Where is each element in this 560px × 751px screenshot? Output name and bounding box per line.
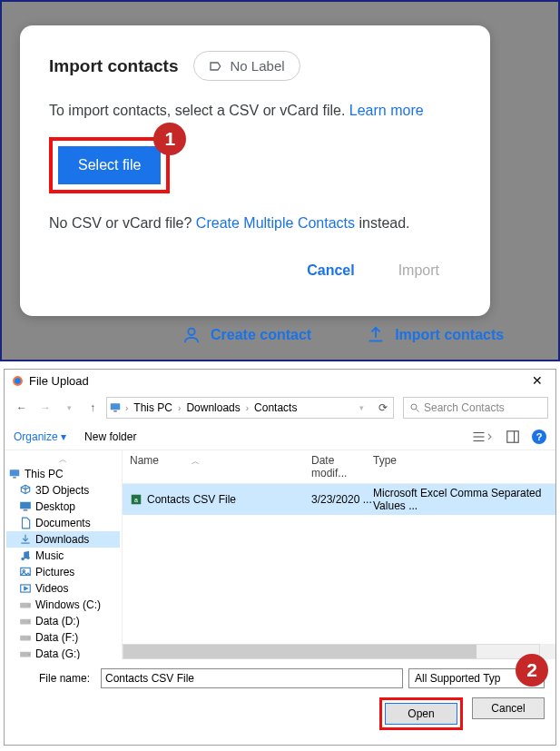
file-upload-dialog: File Upload ✕ ← → ▾ ↑ › This PC › Downlo… (4, 369, 556, 746)
tree-item[interactable]: Pictures (6, 564, 120, 580)
step-marker-2: 2 (516, 654, 548, 687)
create-contact-label: Create contact (211, 327, 311, 343)
svg-line-6 (417, 410, 419, 412)
tree-item-label: Data (G:) (35, 647, 80, 659)
no-label-chip[interactable]: No Label (193, 51, 300, 81)
address-bar[interactable]: › This PC › Downloads › Contacts ▾ ⟳ (106, 397, 394, 419)
new-folder-button[interactable]: New folder (84, 430, 136, 443)
learn-more-link[interactable]: Learn more (349, 103, 424, 118)
forward-button: → (35, 398, 55, 418)
svg-point-28 (29, 654, 30, 655)
modal-description: To import contacts, select a CSV or vCar… (49, 103, 461, 119)
svg-rect-12 (10, 469, 20, 476)
tree-item[interactable]: This PC (6, 466, 120, 482)
help-icon[interactable]: ? (532, 430, 546, 444)
tree-item[interactable]: Desktop (6, 499, 120, 515)
search-icon (409, 402, 420, 413)
refresh-icon[interactable]: ⟳ (375, 401, 391, 414)
tree-scroll-up[interactable]: ︿ (6, 454, 120, 466)
organize-button[interactable]: Organize ▾ (14, 430, 66, 443)
up-button[interactable]: ↑ (83, 398, 103, 418)
tree-item-label: Pictures (35, 566, 74, 578)
close-icon[interactable]: ✕ (526, 373, 548, 388)
alt-pre: No CSV or vCard file? (49, 215, 196, 231)
modal-description-text: To import contacts, select a CSV or vCar… (49, 103, 349, 118)
svg-rect-3 (111, 403, 121, 410)
column-headers[interactable]: Name︿ Date modif... Type (123, 450, 555, 484)
tree-item[interactable]: Windows (C:) (6, 597, 120, 613)
path-seg-1[interactable]: Downloads (184, 401, 241, 414)
svg-point-17 (26, 557, 30, 560)
svg-rect-14 (20, 502, 31, 509)
filename-input[interactable] (101, 668, 403, 688)
svg-rect-13 (13, 477, 16, 479)
tree-item-label: Windows (C:) (35, 598, 101, 611)
import-contacts-action[interactable]: Import contacts (366, 325, 504, 345)
col-type[interactable]: Type (373, 454, 548, 479)
svg-text:a: a (134, 497, 138, 503)
svg-point-24 (29, 621, 30, 622)
path-seg-0[interactable]: This PC (132, 401, 174, 414)
import-contacts-modal: Import contacts No Label To import conta… (20, 25, 490, 316)
h-scrollbar[interactable] (123, 644, 555, 659)
tree-item[interactable]: Data (D:) (6, 613, 120, 629)
file-row[interactable]: aContacts CSV File3/23/2020 ...Microsoft… (123, 484, 555, 515)
recent-button[interactable]: ▾ (59, 398, 79, 418)
svg-rect-10 (507, 431, 518, 442)
filename-label: File name: (15, 672, 95, 685)
file-name: Contacts CSV File (147, 493, 236, 506)
person-icon (182, 325, 201, 345)
step-marker-1: 1 (153, 123, 186, 155)
tree-item[interactable]: Downloads (6, 531, 120, 548)
modal-cancel-button[interactable]: Cancel (307, 262, 354, 279)
tree-item-label: Data (D:) (35, 615, 80, 627)
alternative-line: No CSV or vCard file? Create Multiple Co… (49, 215, 461, 232)
col-name[interactable]: Name (130, 454, 159, 467)
svg-point-5 (411, 404, 417, 410)
contacts-app-backdrop: Import contacts No Label To import conta… (0, 0, 560, 361)
col-date[interactable]: Date modif... (311, 454, 373, 479)
svg-point-26 (29, 637, 30, 638)
cancel-button[interactable]: Cancel (472, 697, 545, 719)
import-contacts-label: Import contacts (395, 327, 504, 343)
open-button[interactable]: Open (385, 703, 457, 725)
search-placeholder: Search Contacts (424, 401, 505, 414)
tree-item[interactable]: Documents (6, 515, 120, 531)
upload-icon (366, 325, 386, 345)
dialog-title: File Upload (29, 374, 89, 388)
preview-pane-icon[interactable] (506, 430, 519, 443)
address-dropdown[interactable]: ▾ (351, 398, 371, 418)
path-seg-2[interactable]: Contacts (252, 401, 299, 414)
file-type: Microsoft Excel Comma Separated Values .… (373, 487, 548, 512)
tree-item-label: Music (35, 549, 64, 562)
tree-item[interactable]: Music (6, 548, 120, 564)
file-type-text: All Supported Typ (415, 672, 501, 685)
tree-item-label: 3D Objects (35, 484, 89, 497)
create-contact-action[interactable]: Create contact (182, 325, 311, 345)
label-icon (209, 59, 223, 74)
svg-point-16 (21, 558, 25, 561)
modal-import-button: Import (398, 262, 439, 279)
open-button-highlight: Open (379, 697, 463, 730)
alt-post: instead. (355, 215, 409, 231)
excel-icon: a (130, 493, 142, 506)
tree-item[interactable]: 3D Objects (6, 482, 120, 499)
search-box[interactable]: Search Contacts (403, 397, 548, 419)
no-label-text: No Label (231, 58, 285, 74)
create-multiple-contacts-link[interactable]: Create Multiple Contacts (196, 215, 355, 231)
tree-item-label: Documents (35, 517, 91, 529)
svg-point-22 (29, 605, 30, 606)
svg-point-0 (188, 329, 194, 335)
tree-item[interactable]: Data (F:) (6, 629, 120, 646)
select-file-button[interactable]: Select file (58, 146, 161, 184)
folder-tree[interactable]: ︿ This PC3D ObjectsDesktopDocumentsDownl… (5, 450, 123, 659)
tree-item[interactable]: Data (G:) (6, 646, 120, 659)
select-file-highlight: Select file (49, 137, 170, 193)
tree-item[interactable]: Videos (6, 580, 120, 597)
tree-item-label: Desktop (35, 500, 75, 513)
svg-point-2 (15, 378, 21, 384)
file-date: 3/23/2020 ... (311, 493, 373, 506)
tree-item-label: Downloads (35, 533, 89, 546)
view-list-icon[interactable] (472, 430, 494, 443)
back-button[interactable]: ← (12, 398, 32, 418)
